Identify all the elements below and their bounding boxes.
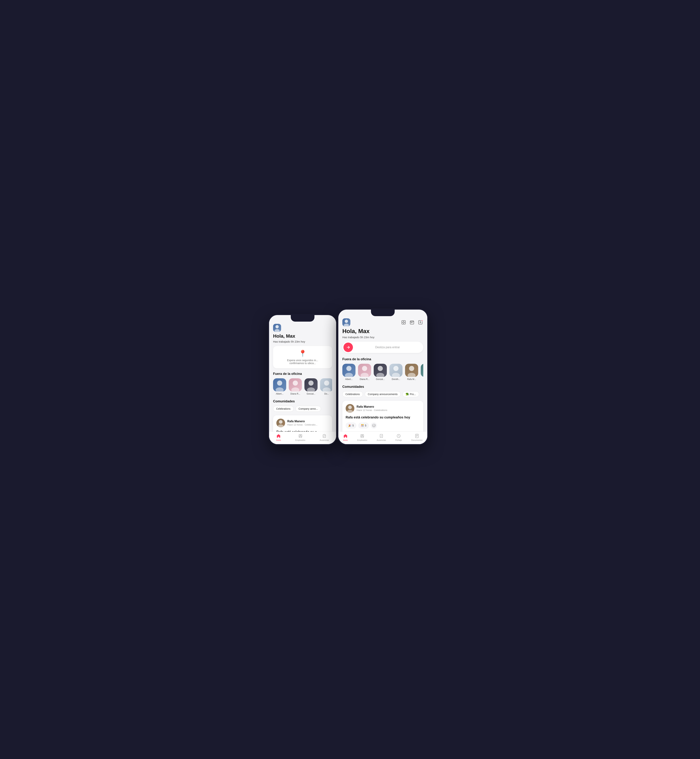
back-home-icon bbox=[276, 433, 281, 438]
svg-point-34 bbox=[348, 405, 352, 409]
front-post-author: Rafa Manero bbox=[356, 405, 387, 408]
svg-point-5 bbox=[291, 387, 299, 391]
front-nav-fichaje[interactable]: Fichaje bbox=[395, 433, 402, 441]
front-nav-ausencias[interactable]: Ausencias bbox=[377, 433, 386, 441]
back-phone-notch bbox=[291, 315, 314, 322]
svg-point-36 bbox=[372, 424, 375, 427]
front-outside-office-title: Fuera de la oficina bbox=[342, 357, 423, 361]
person-item[interactable]: Do... bbox=[320, 378, 332, 395]
chip-celebrations[interactable]: Celebrations bbox=[273, 406, 294, 412]
svg-point-27 bbox=[376, 373, 384, 377]
front-reaction-2[interactable]: 🎊 5 bbox=[358, 423, 369, 429]
front-phone: Hola, Max Has trabajado 5h 23m hoy Desli… bbox=[337, 308, 428, 445]
front-avatar-doroth bbox=[389, 364, 403, 377]
back-nav-ausencias[interactable]: Ausencias bbox=[320, 433, 329, 441]
front-post-community: Celebrations bbox=[374, 409, 387, 412]
front-nav-inicio[interactable]: Inicio bbox=[343, 433, 348, 441]
back-post-time: Hace 12 horas · Celebratio... bbox=[287, 423, 317, 426]
svg-point-23 bbox=[345, 373, 353, 377]
front-employees-icon bbox=[360, 433, 364, 438]
svg-point-9 bbox=[323, 387, 331, 391]
front-person-doroth[interactable]: Doroth... bbox=[389, 364, 403, 380]
svg-point-17 bbox=[403, 322, 404, 323]
back-post-avatar bbox=[277, 419, 285, 427]
front-header-bar bbox=[338, 316, 427, 328]
person-avatar-diana bbox=[289, 378, 302, 391]
front-post-content: Rafa está celebrando su cumpleaños hoy bbox=[345, 415, 420, 419]
front-person-gonzal[interactable]: Gonzal... bbox=[374, 364, 387, 380]
front-nav-documentos[interactable]: Documentos bbox=[411, 433, 423, 441]
checklist-icon[interactable] bbox=[401, 319, 406, 325]
svg-point-7 bbox=[307, 387, 315, 391]
front-post-header: Rafa Manero Hace 12 horas · Celebrations bbox=[345, 404, 420, 413]
front-chip-company[interactable]: Company announcements bbox=[365, 391, 401, 397]
back-nav-empleados[interactable]: Empleados bbox=[295, 433, 305, 441]
person-item[interactable]: Gonzal... bbox=[305, 378, 317, 395]
front-post-meta: Rafa Manero Hace 12 horas · Celebrations bbox=[356, 405, 387, 412]
back-post-header: Rafa Manero Hace 12 horas · Celebratio..… bbox=[277, 419, 329, 427]
svg-point-2 bbox=[277, 380, 282, 386]
front-phone-avatar[interactable] bbox=[342, 318, 350, 326]
back-phone-avatar[interactable] bbox=[273, 324, 281, 332]
front-reactions-row: 🎉 5 🎊 5 bbox=[345, 423, 420, 429]
back-post-author: Rafa Manero bbox=[287, 420, 317, 423]
svg-point-25 bbox=[361, 373, 369, 377]
svg-point-1 bbox=[275, 329, 280, 332]
front-nav-fichaje-label: Fichaje bbox=[395, 439, 402, 441]
export-icon[interactable] bbox=[417, 319, 423, 325]
chip-celebrations-label: Celebrations bbox=[276, 407, 291, 410]
svg-point-37 bbox=[373, 425, 373, 426]
scene: Hola, Max Has trabajado 5h 23m hoy 📍 Esp… bbox=[268, 308, 432, 451]
front-nav-empleados[interactable]: Empleados bbox=[357, 433, 367, 441]
front-person-rafa[interactable]: Rafa M... bbox=[405, 364, 418, 380]
back-chips-row: Celebrations Company anno... bbox=[273, 406, 332, 412]
back-employees-icon bbox=[298, 433, 303, 438]
front-avatar-gonzal bbox=[374, 364, 387, 377]
front-reaction-emoji-1: 🎉 bbox=[348, 424, 351, 427]
front-person-albert[interactable]: Albert... bbox=[342, 364, 355, 380]
person-item[interactable]: Diana R... bbox=[289, 378, 302, 395]
front-person-ci[interactable]: Ci... bbox=[421, 364, 423, 380]
chip-company[interactable]: Company anno... bbox=[295, 406, 321, 412]
front-post-card[interactable]: Rafa Manero Hace 12 horas · Celebrations… bbox=[342, 401, 423, 432]
front-bottom-nav: Inicio Empleados bbox=[338, 432, 427, 444]
front-add-reaction-button[interactable] bbox=[371, 423, 377, 429]
back-bottom-nav: Inicio Empleados bbox=[269, 432, 336, 444]
back-post-card[interactable]: Rafa Manero Hace 12 horas · Celebratio..… bbox=[273, 415, 332, 432]
front-post-time-text: Hace 12 horas · bbox=[356, 409, 374, 412]
front-person-diana[interactable]: Diana R... bbox=[358, 364, 371, 380]
slide-to-enter-container[interactable]: Desliza para entrar bbox=[342, 342, 423, 353]
front-home-icon bbox=[343, 433, 348, 438]
front-absences-icon bbox=[379, 433, 384, 438]
person-name-gonzal: Gonzal... bbox=[306, 393, 316, 395]
svg-point-38 bbox=[374, 425, 375, 426]
svg-point-8 bbox=[324, 380, 329, 386]
back-location-card: 📍 Espera unos segundos m...confirmamos t… bbox=[273, 346, 332, 368]
svg-point-29 bbox=[392, 373, 400, 377]
back-greeting: Hola, Max bbox=[273, 333, 332, 339]
arrow-right-icon bbox=[346, 345, 350, 349]
back-location-text: Espera unos segundos m...confirmamos tu … bbox=[287, 359, 318, 365]
svg-rect-45 bbox=[416, 434, 418, 438]
person-item[interactable]: Albert... bbox=[273, 378, 286, 395]
svg-point-11 bbox=[278, 424, 284, 427]
front-chip-company-label: Company announcements bbox=[368, 393, 398, 396]
front-reaction-emoji-2: 🎊 bbox=[361, 424, 364, 427]
slide-button[interactable] bbox=[344, 343, 353, 352]
svg-point-15 bbox=[344, 324, 349, 326]
front-nav-documentos-label: Documentos bbox=[411, 439, 423, 441]
front-communities-title: Comunidades bbox=[342, 385, 423, 389]
front-chip-pro-emoji: 🥦 bbox=[406, 393, 409, 396]
back-outside-office-title: Fuera de la oficina bbox=[273, 372, 332, 376]
front-name-diana: Diana R... bbox=[360, 378, 369, 380]
front-reaction-1[interactable]: 🎉 5 bbox=[345, 423, 356, 429]
slide-text: Desliza para entrar bbox=[353, 346, 422, 349]
calendar-icon[interactable] bbox=[409, 319, 415, 325]
svg-point-13 bbox=[300, 435, 301, 436]
back-nav-inicio[interactable]: Inicio bbox=[276, 433, 281, 441]
front-name-doroth: Doroth... bbox=[392, 378, 400, 380]
front-chip-pro[interactable]: 🥦 Pro... bbox=[403, 391, 419, 397]
location-pin-icon: 📍 bbox=[298, 350, 307, 357]
front-chip-celebrations[interactable]: Celebrations bbox=[342, 391, 363, 397]
front-greeting: Hola, Max bbox=[342, 328, 423, 335]
